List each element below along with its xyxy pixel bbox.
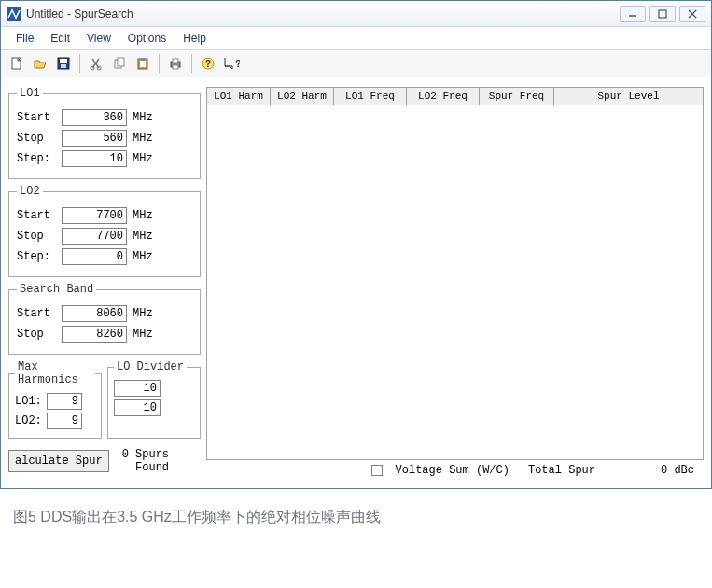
lo1-step-input[interactable] [62, 150, 127, 167]
lodiv-1-input[interactable] [114, 380, 161, 397]
print-icon[interactable] [165, 53, 186, 74]
search-band-legend: Search Band [17, 283, 96, 296]
lo2-step-unit: MHz [133, 250, 153, 263]
app-icon [7, 7, 21, 21]
close-button[interactable] [679, 6, 705, 22]
band-stop-unit: MHz [133, 328, 153, 341]
col-lo1-harm[interactable]: LO1 Harm [207, 88, 271, 105]
menu-help[interactable]: Help [175, 30, 214, 47]
lo1-step-label: Step: [17, 152, 62, 165]
lo1-stop-input[interactable] [62, 130, 127, 147]
band-start-unit: MHz [133, 307, 153, 320]
lo2-group: LO2 StartMHz StopMHz Step:MHz [8, 185, 201, 277]
lo2-start-label: Start [17, 209, 62, 222]
lo2-stop-input[interactable] [62, 228, 127, 245]
help-icon[interactable]: ? [198, 53, 218, 74]
lo2-legend: LO2 [17, 185, 43, 198]
cut-icon[interactable] [86, 53, 106, 74]
calculate-spur-button[interactable]: alculate Spur [8, 450, 109, 472]
menu-view[interactable]: View [79, 30, 119, 47]
menu-edit[interactable]: Edit [43, 30, 77, 47]
lo1-step-unit: MHz [133, 152, 153, 165]
lo1-stop-unit: MHz [133, 132, 153, 145]
lo2-step-label: Step: [17, 250, 62, 263]
figure-caption: 图5 DDS输出在3.5 GHz工作频率下的绝对相位噪声曲线 [0, 489, 712, 546]
lo1-group: LO1 StartMHz StopMHz Step:MHz [8, 87, 201, 179]
svg-rect-16 [140, 61, 146, 67]
total-spur-value: 0 dBc [661, 464, 694, 477]
svg-rect-19 [173, 59, 178, 63]
lo-divider-group: LO Divider [107, 360, 201, 439]
col-lo2-freq[interactable]: LO2 Freq [407, 88, 480, 105]
new-icon[interactable] [7, 53, 27, 74]
col-spur-freq[interactable]: Spur Freq [480, 88, 554, 105]
svg-text:?: ? [235, 58, 240, 69]
maximize-button[interactable] [649, 6, 676, 22]
toolbar: ? ? [1, 49, 711, 77]
lodiv-2-input[interactable] [114, 399, 161, 416]
svg-rect-7 [60, 59, 67, 63]
band-start-label: Start [17, 307, 62, 320]
table-body[interactable] [206, 105, 704, 460]
minimize-button[interactable] [620, 6, 646, 22]
toolbar-separator [159, 54, 160, 73]
whatsthis-icon[interactable]: ? [221, 53, 242, 74]
svg-rect-2 [659, 10, 666, 18]
status-bar: Voltage Sum (W/C) Total Spur 0 dBc [206, 460, 704, 483]
band-stop-input[interactable] [62, 326, 127, 343]
paste-icon[interactable] [133, 53, 153, 74]
copy-icon[interactable] [109, 53, 130, 74]
lo1-stop-label: Stop [17, 132, 62, 145]
spurs-found-text: 0 Spurs Found [122, 448, 169, 475]
maxharm-lo2-label: LO2: [15, 414, 47, 427]
col-lo1-freq[interactable]: LO1 Freq [334, 88, 407, 105]
svg-rect-14 [118, 58, 124, 66]
titlebar: Untitled - SpurSearch [1, 1, 711, 27]
voltage-sum-label: Voltage Sum (W/C) [396, 464, 510, 477]
svg-rect-17 [141, 58, 145, 61]
lo2-stop-unit: MHz [133, 230, 153, 243]
search-band-group: Search Band StartMHz StopMHz [8, 283, 201, 355]
menu-options[interactable]: Options [120, 30, 174, 47]
total-spur-label: Total Spur [528, 464, 595, 477]
menu-file[interactable]: File [8, 30, 41, 47]
maxharm-lo2-input[interactable] [47, 413, 82, 429]
lo1-start-unit: MHz [133, 111, 153, 124]
save-icon[interactable] [53, 53, 74, 74]
voltage-sum-checkbox[interactable] [371, 465, 383, 476]
max-harmonics-group: Max Harmonics LO1: LO2: [8, 360, 102, 439]
window-title: Untitled - SpurSearch [26, 7, 620, 21]
menubar: File Edit View Options Help [1, 27, 711, 49]
lo2-step-input[interactable] [62, 248, 127, 265]
lo2-start-input[interactable] [62, 207, 127, 224]
lo2-start-unit: MHz [133, 209, 153, 222]
maxharm-lo1-input[interactable] [47, 393, 82, 410]
maxharm-lo1-label: LO1: [15, 395, 47, 408]
toolbar-separator [79, 54, 80, 73]
lo1-start-input[interactable] [62, 109, 127, 126]
lo1-legend: LO1 [17, 87, 43, 100]
lo1-start-label: Start [17, 111, 62, 124]
table-header: LO1 Harm LO2 Harm LO1 Freq LO2 Freq Spur… [206, 87, 704, 105]
lo-divider-legend: LO Divider [114, 360, 187, 373]
band-stop-label: Stop [17, 328, 62, 341]
svg-text:?: ? [205, 59, 211, 69]
band-start-input[interactable] [62, 305, 127, 322]
lo2-stop-label: Stop [17, 230, 62, 243]
svg-rect-8 [61, 64, 66, 68]
open-icon[interactable] [30, 53, 50, 74]
toolbar-separator [191, 54, 192, 73]
col-lo2-harm[interactable]: LO2 Harm [271, 88, 334, 105]
svg-rect-20 [173, 65, 178, 69]
max-harmonics-legend: Max Harmonics [15, 360, 95, 386]
col-spur-level[interactable]: Spur Level [554, 88, 703, 105]
